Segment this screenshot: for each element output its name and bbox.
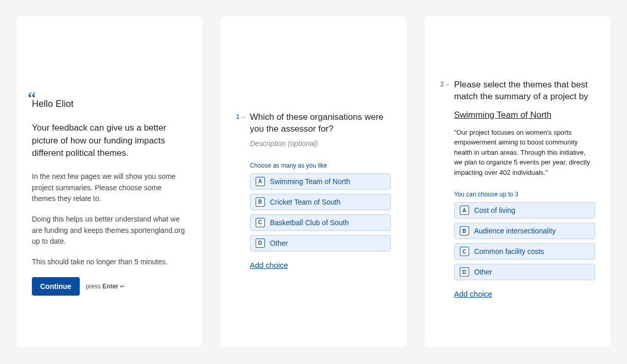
choice-label: Other [474, 268, 492, 276]
choice-option[interactable]: A Cost of living [454, 202, 595, 219]
choice-option[interactable]: C Common facility costs [454, 243, 595, 260]
hint-press: press [86, 283, 103, 290]
choice-key: B [460, 226, 469, 235]
choice-label: Cost of living [474, 206, 515, 214]
intro-para-3: This should take no longer than 5 minute… [32, 257, 187, 268]
choice-label: Swimming Team of North [270, 177, 350, 186]
choose-hint: You can choose up to 3 [454, 191, 595, 198]
choice-label: Basketball Club of South [270, 219, 349, 227]
question-2-card: 2 → Please select the themes that best m… [425, 16, 611, 347]
choice-label: Other [270, 239, 288, 247]
question-1-card: 1 → Which of these organisations were yo… [221, 16, 406, 347]
choice-option[interactable]: C Basketball Club of South [250, 214, 391, 231]
greeting-text: Hello Eliot [32, 99, 187, 110]
question-row: 2 → Please select the themes that best m… [440, 79, 595, 299]
question-body: Please select the themes that best match… [454, 79, 595, 299]
question-number: 1 → [236, 113, 246, 120]
arrow-right-icon: → [241, 114, 246, 120]
project-summary: "Our project focuses on women's sports e… [454, 128, 595, 178]
intro-para-2: Doing this helps us better understand wh… [32, 214, 187, 247]
question-title: Please select the themes that best match… [454, 79, 595, 103]
cta-row: Continue press Enter ↵ [32, 277, 187, 296]
choice-label: Cricket Team of South [270, 198, 341, 206]
choice-label: Common facility costs [474, 247, 544, 256]
question-title: Which of these organisations were you th… [250, 112, 391, 135]
choice-key: A [460, 206, 469, 215]
choice-option[interactable]: B Audience intersectionality [454, 223, 595, 239]
choice-option[interactable]: D Other [250, 235, 391, 251]
choice-key: A [256, 177, 265, 186]
keyboard-hint: press Enter ↵ [86, 283, 126, 290]
choice-option[interactable]: B Cricket Team of South [250, 194, 391, 210]
question-number: 2 → [440, 81, 450, 88]
choice-label: Audience intersectionality [474, 227, 556, 235]
question-number-value: 1 [236, 113, 240, 120]
choice-key: C [460, 247, 469, 256]
question-row: 1 → Which of these organisations were yo… [236, 112, 391, 270]
question-number-value: 2 [440, 81, 444, 88]
choice-key: B [256, 197, 265, 207]
arrow-right-icon: → [445, 82, 450, 87]
choice-key: C [256, 218, 265, 227]
choice-key: D [460, 267, 469, 277]
hint-symbol: ↵ [118, 283, 125, 290]
choice-option[interactable]: D Other [454, 264, 595, 280]
add-choice-link[interactable]: Add choice [250, 261, 288, 269]
add-choice-link[interactable]: Add choice [454, 289, 492, 298]
choose-hint: Choose as many as you like [250, 162, 391, 169]
project-name: Swimming Team of North [454, 110, 595, 120]
welcome-card: “ Hello Eliot Your feedback can give us … [16, 16, 202, 347]
continue-button[interactable]: Continue [32, 277, 80, 296]
question-body: Which of these organisations were you th… [250, 112, 391, 270]
question-description: Description (optional) [250, 139, 391, 148]
choice-key: D [256, 239, 265, 248]
intro-para-1: In the next few pages we will show you s… [32, 171, 187, 205]
hint-enter: Enter [102, 283, 118, 290]
quote-icon: “ [28, 94, 36, 105]
choice-option[interactable]: A Swimming Team of North [250, 173, 391, 190]
lead-text: Your feedback can give us a better pictu… [32, 122, 187, 160]
